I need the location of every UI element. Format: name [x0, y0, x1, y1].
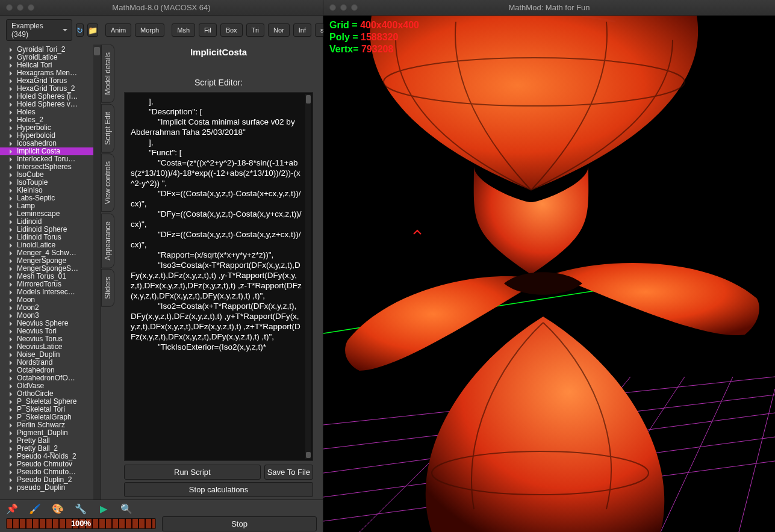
window-title-right: MathMod: Math for Fun: [323, 3, 775, 12]
vertical-tabs: Model details Script Edit View controls …: [101, 45, 114, 500]
tree-item[interactable]: IsoToupie: [0, 179, 101, 187]
tree-item[interactable]: Leminescape: [0, 210, 101, 218]
tree-item[interactable]: Moon3: [0, 312, 101, 320]
tree-item[interactable]: Neovius Torus: [0, 335, 101, 343]
tree-item[interactable]: Pretty Ball_2: [0, 445, 101, 453]
close-icon[interactable]: [329, 4, 336, 11]
stop-calculations-button[interactable]: Stop calculations: [124, 482, 313, 497]
tree-item[interactable]: Hexagrams Men…: [0, 69, 101, 77]
tab-model-details[interactable]: Model details: [101, 45, 114, 103]
tree-item[interactable]: Moon2: [0, 304, 101, 312]
tree-item[interactable]: HexaGrid Torus: [0, 77, 101, 85]
model-tree[interactable]: Gyroidal Tori_2GyroidLaticeHelical ToriH…: [0, 45, 101, 500]
fil-button[interactable]: Fil: [199, 23, 217, 37]
tree-item[interactable]: Menger_4 Schw…: [0, 249, 101, 257]
tree-item[interactable]: Moon: [0, 296, 101, 304]
pin-icon[interactable]: 📌: [6, 504, 18, 515]
tree-item[interactable]: Holed Spheres (i…: [0, 93, 101, 101]
tree-item[interactable]: MengerSpongeS…: [0, 265, 101, 273]
tree-item[interactable]: Octahedron: [0, 367, 101, 374]
tree-item[interactable]: KleinIso: [0, 187, 101, 194]
brush-icon[interactable]: 🖌️: [29, 504, 41, 515]
grid-value: 400x400x400: [360, 20, 419, 30]
tree-item[interactable]: Pretty Ball: [0, 437, 101, 445]
tree-item[interactable]: Helical Tori: [0, 61, 101, 69]
examples-dropdown[interactable]: Examples (349): [6, 19, 72, 41]
tree-scrollbar[interactable]: [93, 45, 101, 500]
tree-item[interactable]: Icosahedron: [0, 140, 101, 147]
editor-scrollbar[interactable]: [305, 94, 311, 459]
tree-item[interactable]: Holes: [0, 108, 101, 116]
render-canvas[interactable]: [323, 16, 775, 532]
close-icon[interactable]: [6, 4, 13, 11]
morph-button[interactable]: Morph: [135, 23, 164, 37]
tree-item[interactable]: Lamp: [0, 202, 101, 210]
tree-item[interactable]: GyroidLatice: [0, 54, 101, 61]
inf-button[interactable]: Inf: [293, 23, 311, 37]
tree-item[interactable]: Models Intersec…: [0, 288, 101, 296]
tree-item[interactable]: Noise_Duplin: [0, 351, 101, 359]
palette-icon[interactable]: 🎨: [52, 504, 64, 515]
tree-item[interactable]: Holes_2: [0, 116, 101, 124]
search-icon[interactable]: 🔍: [120, 504, 132, 515]
tree-item[interactable]: Perlin Schwarz: [0, 421, 101, 429]
tree-item[interactable]: OldVase: [0, 382, 101, 390]
tree-item[interactable]: Hyperbolic: [0, 124, 101, 132]
tab-view-controls[interactable]: View controls: [101, 153, 114, 212]
save-to-file-button[interactable]: Save To File: [264, 465, 313, 480]
tab-appearance[interactable]: Appearance: [101, 214, 114, 268]
tree-item[interactable]: Hyperboloid: [0, 132, 101, 140]
tree-item[interactable]: Pigment_Duplin: [0, 429, 101, 437]
tree-item[interactable]: P_Skeletal Sphere: [0, 398, 101, 406]
tree-item[interactable]: OrthoCircle: [0, 390, 101, 398]
tree-item[interactable]: P_Skeletal Tori: [0, 406, 101, 413]
tree-item[interactable]: MirroredTorus: [0, 280, 101, 288]
box-button[interactable]: Box: [220, 23, 243, 37]
opengl-viewport[interactable]: Grid = 400x400x400 Poly = 1588320 Vertx=…: [323, 16, 775, 532]
tree-item[interactable]: HexaGrid Torus_2: [0, 85, 101, 93]
tree-item[interactable]: Labs-Septic: [0, 194, 101, 202]
zoom-icon[interactable]: [351, 4, 358, 11]
tree-item[interactable]: Lidinoid Sphere: [0, 226, 101, 234]
anim-button[interactable]: Anim: [105, 23, 131, 37]
stop-button[interactable]: Stop: [162, 516, 317, 531]
run-script-button[interactable]: Run Script: [124, 465, 261, 480]
tree-item[interactable]: Implicit Costa: [0, 147, 101, 155]
tree-item[interactable]: Pseudo Duplin_2: [0, 476, 101, 484]
tri-button[interactable]: Tri: [246, 23, 264, 37]
tree-item[interactable]: Lidinoid Torus: [0, 234, 101, 241]
tree-item[interactable]: Gyroidal Tori_2: [0, 46, 101, 54]
tab-script-edit[interactable]: Script Edit: [101, 104, 114, 153]
tree-item[interactable]: OctahedronOfO…: [0, 374, 101, 382]
tree-item[interactable]: LinoidLatice: [0, 241, 101, 249]
tree-item[interactable]: NeoviusLatice: [0, 343, 101, 351]
refresh-icon[interactable]: ↻: [76, 23, 84, 37]
tree-item[interactable]: Pseudo Chmutov: [0, 460, 101, 468]
tree-item[interactable]: Neovius Tori: [0, 327, 101, 335]
tree-item[interactable]: Nordstrand: [0, 359, 101, 367]
play-icon[interactable]: ▶: [98, 504, 110, 515]
tree-item[interactable]: Mesh Torus_01: [0, 273, 101, 280]
tree-item[interactable]: Pseudo Chmuto…: [0, 468, 101, 476]
tree-item[interactable]: Lidinoid: [0, 218, 101, 226]
tree-item[interactable]: Interlocked Toru…: [0, 155, 101, 163]
tree-item[interactable]: MengerSponge: [0, 257, 101, 265]
script-editor[interactable]: ], "Description": [ "Implicit Costa mini…: [124, 92, 313, 461]
zoom-icon[interactable]: [28, 4, 34, 11]
msh-button[interactable]: Msh: [172, 23, 195, 37]
tree-item[interactable]: IsoCube: [0, 171, 101, 179]
minimize-icon[interactable]: [340, 4, 347, 11]
top-toolbar: Examples (349) ↻ 📁 Anim Morph Msh Fil Bo…: [0, 16, 323, 45]
tree-item[interactable]: IntersectSpheres: [0, 163, 101, 171]
tree-item[interactable]: Neovius Sphere: [0, 320, 101, 327]
tree-item[interactable]: Holed Spheres v…: [0, 101, 101, 108]
nor-button[interactable]: Nor: [268, 23, 290, 37]
tree-item[interactable]: P_SkeletalGraph: [0, 413, 101, 421]
tree-item[interactable]: Pseudo 4-Noids_2: [0, 453, 101, 460]
script-text[interactable]: ], "Description": [ "Implicit Costa mini…: [131, 97, 302, 351]
minimize-icon[interactable]: [17, 4, 23, 11]
tree-item[interactable]: pseudo_Duplin: [0, 484, 101, 492]
tab-sliders[interactable]: Sliders: [101, 269, 114, 307]
wrench-icon[interactable]: 🔧: [75, 504, 87, 515]
folder-icon[interactable]: 📁: [87, 23, 98, 37]
